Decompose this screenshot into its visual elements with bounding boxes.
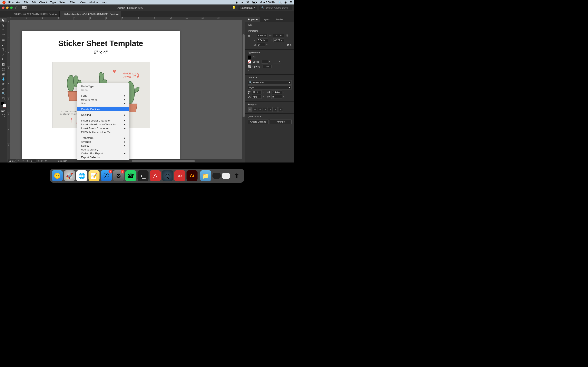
cm-fill-placeholder[interactable]: Fill With PlaceHolder Text xyxy=(77,130,129,134)
type-tool[interactable]: T xyxy=(0,47,7,52)
create-outlines-button[interactable]: Create Outlines xyxy=(248,119,268,124)
search-stock-input[interactable]: 🔍 Search Adobe Stock xyxy=(259,6,292,10)
align-left-button[interactable]: ≡ xyxy=(248,107,252,112)
tab-layers[interactable]: Layers xyxy=(260,17,272,22)
dock-appstore[interactable]: Ⓐ4 xyxy=(101,170,112,181)
artboard-nav[interactable]: ⏮◀ xyxy=(21,159,29,162)
edit-toolbar[interactable]: ⋯ xyxy=(0,118,7,122)
cm-export-selection[interactable]: Export Selection... xyxy=(77,155,129,159)
blend-tool[interactable]: ⟳ xyxy=(0,81,7,86)
justify-all-button[interactable]: ≣ xyxy=(278,107,283,112)
close-tab-icon[interactable]: × xyxy=(10,13,11,16)
paintbrush-tool[interactable]: 🖌 xyxy=(0,42,7,47)
dock-trash[interactable]: 🗑 xyxy=(231,170,242,181)
siri-icon[interactable]: ◉ xyxy=(285,1,287,4)
cm-spelling[interactable]: Spelling▶ xyxy=(77,113,129,117)
dock-recent-1[interactable] xyxy=(213,173,221,179)
w-field[interactable] xyxy=(273,34,284,37)
screen-mode[interactable]: ⛶ xyxy=(0,113,7,118)
link-wh-icon[interactable]: ⛓ xyxy=(286,34,288,37)
x-field[interactable] xyxy=(257,34,268,37)
arrange-documents-button[interactable] xyxy=(22,6,26,9)
dock-quicktime[interactable]: Q xyxy=(162,170,173,181)
dock-launchpad[interactable]: 🚀 xyxy=(64,170,75,181)
apple-menu[interactable]: 🍎 xyxy=(2,0,6,4)
font-style-select[interactable]: Light▾ xyxy=(248,85,292,90)
font-size-field[interactable] xyxy=(252,90,261,94)
dock-acrobat[interactable]: A xyxy=(150,170,161,181)
artboard-number[interactable] xyxy=(30,159,36,162)
minimize-window-button[interactable] xyxy=(6,7,9,9)
cc-icon[interactable]: ◉ xyxy=(236,1,238,4)
menu-help[interactable]: Help xyxy=(102,1,107,4)
cm-undo[interactable]: Undo Type xyxy=(77,84,129,88)
cm-create-outlines[interactable]: Create Outlines xyxy=(77,107,129,111)
draw-mode[interactable]: ◪◩ xyxy=(0,109,7,113)
maximize-window-button[interactable] xyxy=(10,7,13,9)
control-center-icon[interactable]: ☰ xyxy=(290,1,292,4)
fill-stroke-swatches[interactable] xyxy=(0,102,7,109)
justify-left-button[interactable]: ≣ xyxy=(263,107,268,112)
cm-font[interactable]: Font▶ xyxy=(77,94,129,98)
close-window-button[interactable] xyxy=(2,7,4,9)
vertical-ruler[interactable]: 012345678 xyxy=(7,20,10,159)
stroke-weight[interactable] xyxy=(261,60,268,64)
font-family-select[interactable]: 🔍 Noteworthy▾ xyxy=(248,80,292,85)
cm-insert-whitespace[interactable]: Insert WhiteSpace Character▶ xyxy=(77,123,129,126)
dock-whatsapp[interactable]: ☎ xyxy=(125,170,136,181)
app-menu[interactable]: Illustrator xyxy=(8,1,21,4)
eyedropper-tool[interactable]: 💧 xyxy=(0,76,7,81)
tab-libraries[interactable]: Libraries xyxy=(272,17,285,22)
cm-arrange[interactable]: Arrange▶ xyxy=(77,140,129,144)
zoom-tool[interactable]: 🔍 xyxy=(0,91,7,96)
rectangle-tool[interactable]: ▭ xyxy=(0,37,7,42)
selection-tool[interactable] xyxy=(0,18,7,22)
leading-field[interactable] xyxy=(272,90,282,94)
direct-selection-tool[interactable] xyxy=(0,23,7,27)
dock-recent-2[interactable] xyxy=(222,173,230,179)
cm-select[interactable]: Select▶ xyxy=(77,144,129,148)
justify-center-button[interactable]: ≣ xyxy=(268,107,273,112)
pen-tool[interactable]: ✒ xyxy=(0,27,7,32)
dock-chrome[interactable]: 🌐 xyxy=(76,170,87,181)
menu-type[interactable]: Type xyxy=(50,1,56,4)
screen-mode-tool[interactable]: ⿴ xyxy=(0,96,7,101)
ruler-origin[interactable] xyxy=(7,17,10,20)
rotate-field[interactable] xyxy=(257,43,265,47)
battery-icon[interactable] xyxy=(252,1,257,3)
fill-swatch[interactable] xyxy=(248,55,251,59)
spotlight-icon[interactable]: 🔍 xyxy=(278,1,282,4)
menu-effect[interactable]: Effect xyxy=(70,1,77,4)
horizontal-ruler[interactable]: 012345678910111213 xyxy=(10,17,245,20)
h-field[interactable] xyxy=(273,38,285,42)
menu-view[interactable]: View xyxy=(80,1,86,4)
vertical-scrollbar[interactable] xyxy=(242,20,245,159)
cm-size[interactable]: Size▶ xyxy=(77,101,129,105)
align-center-button[interactable]: ≡ xyxy=(253,107,257,112)
wifi-icon[interactable] xyxy=(246,1,250,3)
y-field[interactable] xyxy=(257,38,268,42)
curvature-tool[interactable]: 〰 xyxy=(0,33,7,37)
selected-text-object[interactable] xyxy=(71,119,77,123)
cm-insert-break[interactable]: Insert Break Character▶ xyxy=(77,126,129,130)
dock-finder[interactable]: 🙂 xyxy=(52,170,63,181)
kerning-field[interactable] xyxy=(252,95,261,99)
menu-window[interactable]: Window xyxy=(89,1,98,4)
rotate-tool[interactable]: ↻ xyxy=(0,57,7,62)
shape-builder-tool[interactable]: ⬚ xyxy=(0,67,7,71)
menu-object[interactable]: Object xyxy=(39,1,47,4)
tracking-field[interactable] xyxy=(271,95,282,99)
dock-creativecloud[interactable]: ∞ xyxy=(174,170,185,181)
justify-right-button[interactable]: ≣ xyxy=(273,107,278,112)
dock-settings[interactable]: ⚙1 xyxy=(113,170,124,181)
tab-properties[interactable]: Properties xyxy=(245,17,260,22)
fx-button[interactable]: fx. xyxy=(248,69,250,72)
artboard-tool[interactable]: ▱ xyxy=(0,86,7,91)
eraser-tool[interactable]: ◧ xyxy=(0,62,7,67)
clock[interactable]: Mon 7:50 PM xyxy=(260,1,276,4)
reference-point-icon[interactable]: ⊞ xyxy=(248,34,250,37)
dock-notes[interactable]: 📝 xyxy=(89,170,100,181)
menu-select[interactable]: Select xyxy=(59,1,67,4)
flip-h-icon[interactable]: ⇄ xyxy=(287,44,289,46)
workspace-switcher[interactable]: Essentials▾ xyxy=(238,6,257,10)
